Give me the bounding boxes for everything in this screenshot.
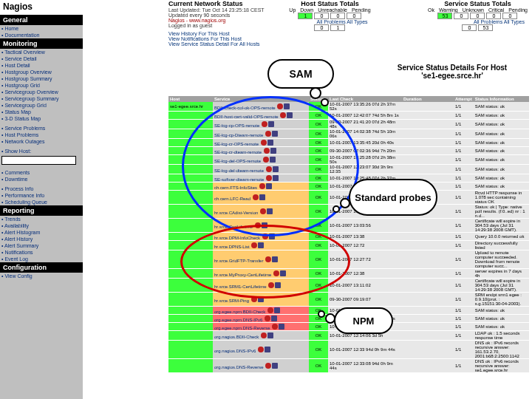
ack-icon[interactable]	[267, 307, 273, 313]
service-cell[interactable]: SE-lcg-del-OPS-remote	[213, 155, 309, 165]
ack-icon[interactable]	[268, 282, 274, 288]
service-cell[interactable]: ch.cern.LFC-Read	[213, 191, 309, 205]
note-icon[interactable]	[267, 140, 273, 146]
service-cell[interactable]: org.nagios.DNS-Reverse	[213, 359, 309, 373]
host-unreach-count[interactable]: 0	[330, 13, 345, 19]
host-cell[interactable]	[168, 241, 213, 250]
note-icon[interactable]	[270, 157, 276, 163]
ack-icon[interactable]	[262, 121, 267, 127]
nav-home[interactable]: • Home	[0, 25, 83, 32]
note-icon[interactable]	[272, 256, 278, 262]
note-icon[interactable]	[267, 208, 273, 214]
nav-service-problems[interactable]: • Service Problems	[0, 125, 83, 132]
svc-crit-count[interactable]: 0	[486, 13, 501, 19]
nav-hostgroup-overview[interactable]: • Hostgroup Overview	[0, 69, 83, 75]
service-cell[interactable]: hr.srce.DPM-InfoCheck	[213, 233, 309, 241]
nav-show-host:[interactable]: • Show Host:	[0, 148, 83, 154]
ack-icon[interactable]	[272, 324, 278, 330]
service-cell[interactable]: org.nagios.BDII-Check	[213, 331, 309, 341]
nav-documentation[interactable]: • Documentation	[0, 32, 83, 38]
note-icon[interactable]	[267, 332, 273, 338]
note-icon[interactable]	[268, 121, 274, 127]
ack-icon[interactable]	[280, 112, 286, 118]
host-cell[interactable]	[168, 269, 213, 279]
ack-icon[interactable]	[273, 270, 279, 276]
host-cell[interactable]	[168, 165, 213, 174]
search-input[interactable]	[1, 156, 76, 165]
ack-icon[interactable]	[265, 316, 270, 321]
note-icon[interactable]	[273, 175, 279, 181]
note-icon[interactable]	[272, 363, 278, 369]
svc-warn-count[interactable]: 0	[454, 13, 468, 19]
nav-notifications[interactable]: • Notifications	[0, 249, 83, 256]
nav-network-outages[interactable]: • Network Outages	[0, 138, 83, 145]
nav-performance-info[interactable]: • Performance Info	[0, 192, 83, 199]
service-cell[interactable]: hr.srce.SRM-Ping	[213, 293, 309, 307]
col-duration[interactable]: Duration	[402, 96, 454, 102]
nav-host-detail[interactable]: • Host Detail	[0, 62, 83, 69]
nav-servicegroup-overview[interactable]: • Servicegroup Overview	[0, 89, 83, 95]
note-icon[interactable]	[273, 166, 279, 172]
service-cell[interactable]: hr.srce.CertLifetime	[213, 219, 309, 233]
host-cell[interactable]	[168, 331, 213, 341]
nav-hostgroup-summary[interactable]: • Hostgroup Summary	[0, 75, 83, 82]
host-cell[interactable]	[168, 147, 213, 155]
ack-icon[interactable]	[277, 103, 283, 109]
nav-scheduling-queue[interactable]: • Scheduling Queue	[0, 199, 83, 205]
nav-alert-history[interactable]: • Alert History	[0, 236, 83, 242]
host-cell[interactable]	[168, 323, 213, 331]
ack-icon[interactable]	[251, 242, 257, 248]
service-cell[interactable]: BDII-check-col-ok-OPS-remote	[213, 102, 309, 112]
service-cell[interactable]: BDII-host-cert-valid-OPS-remote	[213, 112, 309, 120]
ack-icon[interactable]	[258, 347, 264, 352]
nav-event-log[interactable]: • Event Log	[0, 256, 83, 262]
svc-pend-count[interactable]: 0	[502, 13, 517, 19]
host-cell[interactable]	[168, 139, 213, 147]
link-view-notifications[interactable]: View Notifications For This Host	[168, 36, 301, 41]
nav-trends[interactable]: • Trends	[0, 216, 83, 222]
nav-3-d-status-map[interactable]: • 3-D Status Map	[0, 115, 83, 122]
note-icon[interactable]	[272, 131, 278, 137]
note-icon[interactable]	[279, 324, 284, 330]
service-cell[interactable]: SE-lcg-cp-Dteam-remote	[213, 129, 309, 139]
host-cell[interactable]	[168, 233, 213, 241]
ack-icon[interactable]	[261, 332, 267, 338]
col-service[interactable]: Service	[213, 96, 309, 102]
ack-icon[interactable]	[260, 208, 266, 214]
host-cell[interactable]	[168, 191, 213, 205]
service-cell[interactable]: ch.cern.FTS-InfoSites	[213, 183, 309, 191]
service-cell[interactable]: org.egee.npm.DNS-Reverse	[213, 323, 309, 331]
ack-icon[interactable]	[265, 363, 271, 369]
note-icon[interactable]	[258, 242, 264, 248]
ack-icon[interactable]	[265, 256, 271, 262]
nav-alert-summary[interactable]: • Alert Summary	[0, 242, 83, 249]
nav-service-detail[interactable]: • Service Detail	[0, 55, 83, 62]
service-cell[interactable]: SE-lcg-cr-dteam-remote	[213, 147, 309, 155]
host-cell[interactable]	[168, 293, 213, 307]
note-icon[interactable]	[269, 233, 275, 239]
col-status[interactable]: Status	[309, 96, 328, 102]
host-cell[interactable]	[168, 307, 213, 315]
nav-downtime[interactable]: • Downtime	[0, 176, 83, 183]
note-icon[interactable]	[265, 347, 270, 352]
nav-alert-histogram[interactable]: • Alert Histogram	[0, 229, 83, 236]
col-status-information[interactable]: Status Information	[474, 96, 529, 102]
host-cell[interactable]	[168, 250, 213, 269]
col-host[interactable]: Host	[168, 96, 213, 102]
host-cell[interactable]	[168, 155, 213, 165]
host-cell[interactable]	[168, 359, 213, 373]
nav-status-map[interactable]: • Status Map	[0, 109, 83, 115]
link-view-history[interactable]: View History For This Host	[168, 31, 301, 36]
service-cell[interactable]: org.egee.npm.BDII-Check	[213, 307, 309, 315]
ack-icon[interactable]	[262, 233, 268, 239]
col-last-check[interactable]: Last Check	[328, 96, 402, 102]
host-cell[interactable]	[168, 315, 213, 323]
note-icon[interactable]	[266, 183, 272, 189]
ack-icon[interactable]	[264, 148, 270, 154]
host-cell[interactable]	[168, 279, 213, 293]
ack-icon[interactable]	[266, 166, 272, 172]
nav-availability[interactable]: • Availability	[0, 222, 83, 229]
service-cell[interactable]: org.egee.npm.DNS-IPv6	[213, 315, 309, 323]
service-cell[interactable]: org.nagios.DNS-IPv6	[213, 341, 309, 359]
service-cell[interactable]: hr.srce.SRM1-CertLifetime	[213, 279, 309, 293]
